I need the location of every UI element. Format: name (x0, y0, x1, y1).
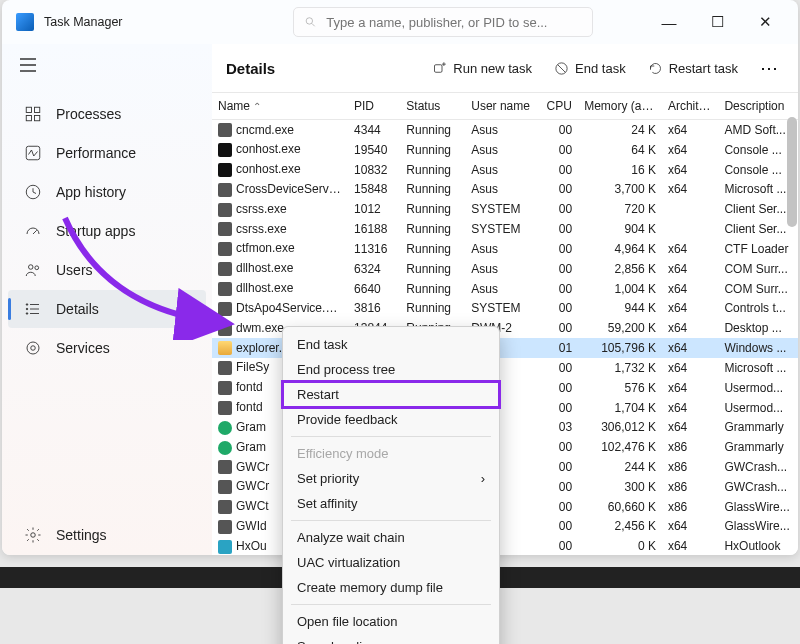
menu-item-set-priority[interactable]: Set priority› (283, 466, 499, 491)
table-row[interactable]: conhost.exe10832RunningAsus0016 Kx64Cons… (212, 160, 798, 180)
chevron-right-icon: › (481, 471, 485, 486)
column-header[interactable]: PID (348, 93, 400, 120)
run-new-task-icon (432, 61, 447, 76)
context-menu: End taskEnd process treeRestartProvide f… (282, 326, 500, 644)
table-row[interactable]: dllhost.exe6324RunningAsus002,856 Kx64CO… (212, 259, 798, 279)
column-header[interactable]: Name (212, 93, 348, 120)
settings-label: Settings (56, 527, 107, 543)
nav-label: Services (56, 340, 110, 356)
process-icon (218, 163, 232, 177)
menu-item-create-memory-dump-file[interactable]: Create memory dump file (283, 575, 499, 600)
table-row[interactable]: ctfmon.exe11316RunningAsus004,964 Kx64CT… (212, 239, 798, 259)
sidebar-item-startup-apps[interactable]: Startup apps (8, 212, 206, 250)
end-task-icon (554, 61, 569, 76)
nav-label: Details (56, 301, 99, 317)
sidebar-item-details[interactable]: Details (8, 290, 206, 328)
column-header[interactable]: CPU (541, 93, 579, 120)
gear2-icon (24, 339, 42, 357)
process-icon (218, 520, 232, 534)
search-input-container[interactable] (293, 7, 593, 37)
run-new-task-button[interactable]: Run new task (428, 57, 536, 80)
process-icon (218, 401, 232, 415)
table-row[interactable]: cncmd.exe4344RunningAsus0024 Kx64AMD Sof… (212, 120, 798, 140)
process-icon (218, 540, 232, 554)
column-header[interactable]: Memory (ac... (578, 93, 662, 120)
table-row[interactable]: CrossDeviceService.e...15848RunningAsus0… (212, 179, 798, 199)
close-button[interactable]: ✕ (750, 7, 780, 37)
menu-item-set-affinity[interactable]: Set affinity (283, 491, 499, 516)
process-icon (218, 322, 232, 336)
search-input[interactable] (326, 15, 581, 30)
sidebar: ProcessesPerformanceApp historyStartup a… (2, 44, 212, 555)
process-icon (218, 123, 232, 137)
column-header[interactable]: Status (400, 93, 465, 120)
svg-line-27 (558, 64, 566, 72)
process-icon (218, 460, 232, 474)
menu-item-end-process-tree[interactable]: End process tree (283, 357, 499, 382)
column-header-row[interactable]: NamePIDStatusUser nameCPUMemory (ac...Ar… (212, 93, 798, 120)
process-icon (218, 421, 232, 435)
menu-item-restart[interactable]: Restart (283, 382, 499, 407)
process-icon (218, 143, 232, 157)
menu-item-analyze-wait-chain[interactable]: Analyze wait chain (283, 525, 499, 550)
svg-rect-5 (26, 107, 31, 112)
process-icon (218, 302, 232, 316)
table-row[interactable]: conhost.exe19540RunningAsus0064 Kx64Cons… (212, 140, 798, 160)
sidebar-item-services[interactable]: Services (8, 329, 206, 367)
process-icon (218, 441, 232, 455)
table-row[interactable]: DtsApo4Service.exe3816RunningSYSTEM00944… (212, 298, 798, 318)
sidebar-item-settings[interactable]: Settings (8, 516, 206, 554)
titlebar: Task Manager — ☐ ✕ (2, 0, 798, 44)
column-header[interactable]: Architec... (662, 93, 719, 120)
sidebar-item-performance[interactable]: Performance (8, 134, 206, 172)
svg-point-0 (306, 18, 312, 24)
process-icon (218, 381, 232, 395)
process-icon (218, 361, 232, 375)
sidebar-item-processes[interactable]: Processes (8, 95, 206, 133)
search-icon (304, 15, 317, 29)
process-icon (218, 341, 232, 355)
scrollbar-thumb[interactable] (787, 117, 797, 227)
minimize-button[interactable]: — (654, 7, 684, 37)
svg-point-20 (27, 342, 39, 354)
svg-rect-7 (26, 116, 31, 121)
process-icon (218, 282, 232, 296)
table-row[interactable]: csrss.exe16188RunningSYSTEM00904 KClient… (212, 219, 798, 239)
restart-icon (648, 61, 663, 76)
users-icon (24, 261, 42, 279)
svg-rect-6 (35, 107, 40, 112)
menu-item-uac-virtualization[interactable]: UAC virtualization (283, 550, 499, 575)
svg-rect-8 (35, 116, 40, 121)
svg-point-13 (35, 266, 39, 270)
hamburger-menu-button[interactable] (2, 50, 212, 84)
more-options-button[interactable]: ⋯ (756, 57, 784, 79)
activity-icon (24, 144, 42, 162)
menu-separator (291, 604, 491, 605)
grid-icon (24, 105, 42, 123)
svg-point-17 (26, 304, 28, 306)
menu-item-search-online[interactable]: Search online (283, 634, 499, 644)
table-row[interactable]: csrss.exe1012RunningSYSTEM00720 KClient … (212, 199, 798, 219)
sidebar-item-app-history[interactable]: App history (8, 173, 206, 211)
menu-item-provide-feedback[interactable]: Provide feedback (283, 407, 499, 432)
nav-list: ProcessesPerformanceApp historyStartup a… (2, 94, 212, 368)
svg-point-22 (31, 533, 36, 538)
sidebar-item-users[interactable]: Users (8, 251, 206, 289)
menu-item-open-file-location[interactable]: Open file location (283, 609, 499, 634)
svg-rect-23 (435, 64, 443, 72)
gauge-icon (24, 222, 42, 240)
svg-point-18 (26, 308, 28, 310)
table-row[interactable]: dllhost.exe6640RunningAsus001,004 Kx64CO… (212, 279, 798, 299)
menu-item-end-task[interactable]: End task (283, 332, 499, 357)
column-header[interactable]: User name (465, 93, 540, 120)
nav-label: Startup apps (56, 223, 135, 239)
scrollbar-track[interactable] (786, 93, 798, 555)
process-icon (218, 222, 232, 236)
restart-task-button[interactable]: Restart task (644, 57, 742, 80)
process-icon (218, 262, 232, 276)
maximize-button[interactable]: ☐ (702, 7, 732, 37)
window-controls: — ☐ ✕ (654, 7, 790, 37)
process-icon (218, 183, 232, 197)
toolbar: Details Run new task End task Restart ta… (212, 44, 798, 92)
end-task-button[interactable]: End task (550, 57, 630, 80)
